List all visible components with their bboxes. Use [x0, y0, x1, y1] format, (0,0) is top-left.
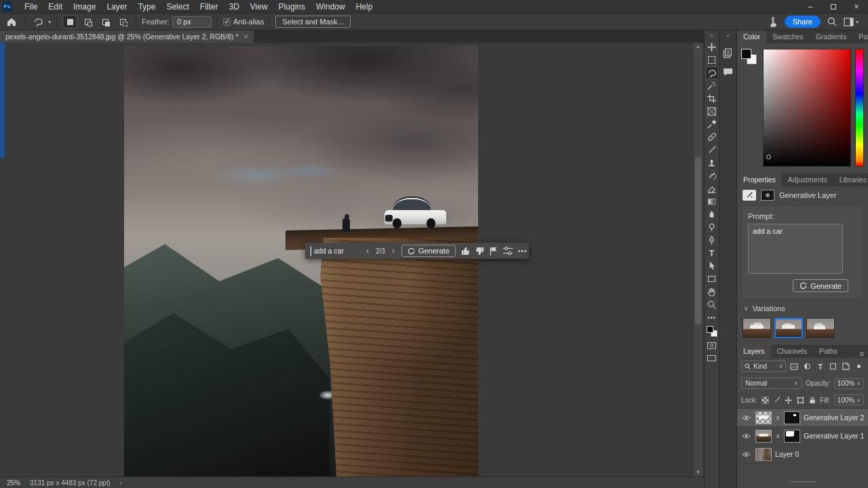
lasso-dropdown-icon[interactable]: ▾ — [48, 19, 51, 25]
quick-mask-button[interactable] — [705, 339, 719, 352]
panel-resize-grip[interactable] — [789, 481, 816, 483]
menu-filter[interactable]: Filter — [195, 0, 224, 14]
anti-alias-checkbox[interactable]: ✓ — [223, 18, 231, 26]
variations-header[interactable]: ∨ Variations — [737, 300, 868, 315]
lock-transparency-button[interactable] — [761, 395, 769, 405]
tab-gradients[interactable]: Gradients — [810, 30, 853, 43]
lasso-tool[interactable] — [705, 66, 719, 79]
tab-paths[interactable]: Paths — [813, 345, 844, 358]
layer-row-layer-0[interactable]: Layer 0 — [737, 445, 868, 464]
layer-thumbnail[interactable] — [755, 411, 772, 424]
tab-adjustments[interactable]: Adjustments — [782, 174, 833, 186]
zoom-level-field[interactable]: 25% — [7, 479, 20, 487]
filter-adjustment-layers-button[interactable] — [803, 361, 812, 371]
canvas-area[interactable]: ‹ 2/3 › Generate ••• — [0, 43, 704, 476]
type-tool[interactable]: T — [705, 247, 719, 260]
feather-input[interactable]: 0 px — [172, 16, 212, 28]
workspace-switcher[interactable]: ▾ — [844, 18, 859, 26]
menu-select[interactable]: Select — [161, 0, 194, 14]
intersect-selection-mode-button[interactable] — [115, 15, 130, 28]
thumbs-up-button[interactable] — [461, 245, 470, 256]
clone-stamp-tool[interactable] — [705, 157, 719, 169]
crop-tool[interactable] — [705, 92, 719, 105]
layer-mask-thumbnail[interactable] — [784, 430, 800, 443]
saturation-brightness-picker[interactable] — [763, 49, 851, 167]
menu-help[interactable]: Help — [351, 0, 378, 14]
beaker-icon[interactable] — [768, 17, 778, 27]
comments-panel-button[interactable] — [722, 65, 735, 79]
home-button[interactable] — [4, 15, 19, 28]
brush-tool[interactable] — [705, 144, 719, 157]
tab-patterns[interactable]: Patterns — [852, 30, 868, 43]
canvas-vertical-scrollbar[interactable]: ▲ ▼ — [694, 43, 703, 476]
subtract-selection-mode-button[interactable] — [98, 15, 113, 28]
menu-file[interactable]: File — [19, 0, 43, 14]
layer-filter-kind-dropdown[interactable]: Kind ∨ — [741, 361, 786, 372]
frame-tool[interactable] — [705, 105, 719, 118]
healing-brush-tool[interactable] — [705, 131, 719, 144]
new-selection-mode-button[interactable] — [62, 15, 77, 28]
lock-artboard-button[interactable] — [796, 395, 804, 405]
menu-3d[interactable]: 3D — [223, 0, 244, 14]
variation-thumbnail-2-selected[interactable] — [774, 318, 803, 338]
filter-image-layers-button[interactable] — [789, 361, 799, 371]
tab-close-icon[interactable]: × — [243, 33, 248, 41]
layer-thumbnail[interactable] — [755, 430, 772, 443]
hand-tool[interactable] — [705, 285, 719, 298]
share-button[interactable]: Share — [785, 16, 821, 28]
filter-shape-layers-button[interactable] — [829, 361, 838, 371]
tab-channels[interactable]: Channels — [771, 345, 813, 358]
color-picker-cursor[interactable] — [766, 155, 771, 159]
visibility-toggle[interactable] — [740, 451, 752, 458]
edit-toolbar-button[interactable]: ••• — [705, 311, 719, 324]
scroll-up-icon[interactable]: ▲ — [694, 43, 703, 51]
opacity-dropdown[interactable]: 100% ∨ — [834, 378, 864, 389]
visibility-toggle[interactable] — [740, 415, 752, 421]
history-panel-button[interactable] — [722, 46, 735, 60]
marquee-tool[interactable] — [705, 54, 719, 66]
report-flag-button[interactable] — [490, 245, 498, 256]
menu-image[interactable]: Image — [68, 0, 101, 14]
thumbs-down-button[interactable] — [475, 245, 484, 256]
tab-properties[interactable]: Properties — [737, 174, 782, 186]
minimize-button[interactable]: – — [799, 0, 822, 14]
scrollbar-thumb[interactable] — [695, 157, 701, 325]
taskbar-prompt-input[interactable] — [311, 246, 359, 256]
prompt-textarea[interactable]: add a car — [748, 224, 843, 274]
tab-libraries[interactable]: Libraries — [833, 174, 868, 186]
dock-collapse-icon[interactable]: « — [726, 32, 729, 41]
taskbar-more-button[interactable]: ••• — [518, 247, 528, 255]
foreground-background-swatches[interactable] — [707, 326, 717, 337]
history-brush-tool[interactable] — [705, 169, 719, 182]
layer-row-generative-layer-2[interactable]: 8 Generative Layer 2 — [737, 409, 868, 427]
maximize-button[interactable] — [822, 0, 845, 14]
layer-row-generative-layer-1[interactable]: 8 Generative Layer 1 — [737, 427, 868, 445]
layer-name[interactable]: Layer 0 — [775, 450, 799, 458]
lasso-tool-preset[interactable] — [31, 15, 45, 28]
menu-layer[interactable]: Layer — [101, 0, 132, 14]
dodge-tool[interactable] — [705, 221, 719, 234]
zoom-tool[interactable] — [705, 298, 719, 311]
taskbar-generate-button[interactable]: Generate — [401, 245, 456, 257]
pen-tool[interactable] — [705, 234, 719, 247]
menu-view[interactable]: View — [245, 0, 273, 14]
layer-name[interactable]: Generative Layer 2 — [804, 413, 864, 422]
scroll-down-icon[interactable]: ▼ — [694, 468, 703, 476]
menu-type[interactable]: Type — [132, 0, 161, 14]
color-fg-bg-swatches[interactable] — [741, 49, 759, 69]
lock-position-button[interactable] — [785, 395, 793, 405]
toolbar-collapse-icon[interactable]: » — [710, 32, 713, 41]
properties-generate-button[interactable]: Generate — [793, 279, 848, 292]
gradient-tool[interactable] — [705, 195, 719, 208]
layer-name[interactable]: Generative Layer 1 — [804, 432, 864, 440]
menu-window[interactable]: Window — [311, 0, 351, 14]
visibility-toggle[interactable] — [740, 433, 752, 439]
tab-layers[interactable]: Layers — [737, 345, 771, 358]
status-options-arrow[interactable]: › — [119, 479, 121, 487]
screen-mode-button[interactable] — [705, 352, 719, 365]
document-tab[interactable]: pexels-angelo-duranti-3512848.jpg @ 25% … — [0, 30, 254, 43]
search-icon[interactable] — [827, 17, 837, 26]
eraser-tool[interactable] — [705, 182, 719, 195]
fill-dropdown[interactable]: 100% ∨ — [834, 394, 864, 405]
filter-smart-objects-button[interactable] — [842, 361, 851, 371]
